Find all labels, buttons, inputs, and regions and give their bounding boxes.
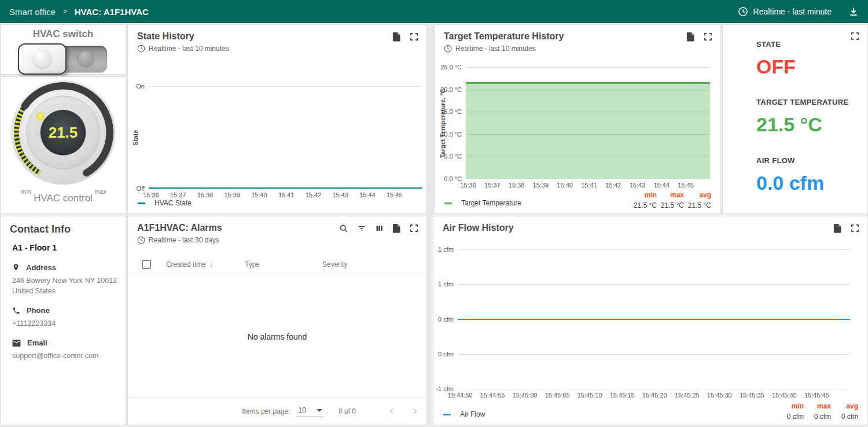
- contact-info-widget: Contact Info A1 - Floor 1 Address 246 Bo…: [0, 216, 126, 425]
- legend-item[interactable]: Target Temperature: [461, 199, 521, 207]
- phone-icon: [12, 307, 20, 315]
- fullscreen-icon[interactable]: [410, 32, 418, 41]
- y-tick-label: 10.0 °C: [440, 131, 466, 138]
- gridline: [458, 284, 850, 285]
- fullscreen-icon[interactable]: [704, 32, 712, 41]
- series-stats: min max avg 21.5 °C 21.5 °C 21.5 °C: [630, 191, 711, 209]
- address-line-1: 246 Bowery New York NY 10012: [12, 275, 119, 286]
- gridline: [466, 67, 710, 68]
- stat-max-value: 21.5 °C: [657, 201, 684, 209]
- x-tick-label: 15:41: [581, 182, 597, 189]
- y-tick-label: 1 cfm: [438, 246, 458, 253]
- column-header-type[interactable]: Type: [245, 260, 322, 268]
- x-tick-label: 15:45:10: [578, 392, 602, 399]
- location-name: A1 - Floor 1: [12, 243, 57, 252]
- x-tick-label: 15:40: [251, 192, 267, 198]
- switch-off-paddle[interactable]: [18, 43, 67, 75]
- target-temperature-label: TARGET TEMPERATURE: [756, 98, 848, 106]
- address-line-2: United States: [12, 286, 119, 296]
- legend-item[interactable]: Air Flow: [460, 410, 485, 418]
- y-tick-label: 25.0 °C: [440, 64, 466, 71]
- column-header-severity[interactable]: Severity: [322, 260, 413, 268]
- y-tick-label: 5.0 °C: [444, 153, 466, 160]
- items-per-page-select[interactable]: 10: [296, 405, 323, 417]
- page-range-text: 0 of 0: [339, 407, 356, 415]
- export-icon[interactable]: [686, 32, 695, 42]
- widget-title: Air Flow History: [443, 223, 514, 233]
- clock-icon: [137, 236, 145, 244]
- x-tick-label: 15:42: [306, 192, 322, 198]
- x-tick-label: 15:43: [332, 192, 348, 198]
- hvac-switch-toggle[interactable]: [19, 45, 107, 73]
- sort-desc-icon[interactable]: ↓: [209, 260, 213, 268]
- x-tick-label: 15:42: [605, 182, 621, 189]
- y-axis-label: Target Temperature, °C: [439, 88, 446, 157]
- hvac-values-widget: STATE OFF TARGET TEMPERATURE 21.5 °C AIR…: [722, 24, 868, 214]
- alarms-widget: A1F1HVAC: Alarms Realtime - last 30 days…: [127, 216, 427, 425]
- x-tick-label: 15:44:50: [448, 392, 473, 399]
- gridline: [458, 249, 850, 250]
- x-tick-label: 15:45:15: [610, 392, 635, 399]
- alarms-table-header: Created time ↓ Type Severity: [128, 255, 426, 274]
- stat-min-label: min: [630, 191, 657, 199]
- series-line: [149, 187, 422, 189]
- x-tick-label: 15:45:05: [545, 392, 570, 399]
- state-history-chart: State OnOff15:3615:3715:3815:3915:4015:4…: [149, 86, 422, 189]
- x-tick-label: 15:45:20: [642, 392, 667, 399]
- fullscreen-icon[interactable]: [410, 224, 418, 233]
- x-tick-label: 15:45:30: [707, 392, 732, 399]
- legend-item[interactable]: HVAC State: [155, 199, 192, 207]
- timewindow-button[interactable]: Realtime - last minute: [753, 7, 832, 16]
- widget-timewindow: Realtime - last 10 minutes: [455, 45, 536, 53]
- hvac-control-widget: 21.5 min max HVAC control: [0, 76, 126, 214]
- search-icon[interactable]: [339, 224, 348, 233]
- temperature-knob[interactable]: 21.5: [8, 78, 119, 189]
- next-page-button[interactable]: [411, 407, 418, 415]
- x-tick-label: 15:44:55: [480, 392, 505, 399]
- x-tick-label: 15:45: [387, 192, 403, 198]
- stat-max-label: max: [657, 191, 684, 199]
- export-icon[interactable]: [392, 223, 401, 233]
- breadcrumb-root[interactable]: Smart office: [9, 7, 56, 17]
- hvac-switch-widget: HVAC switch: [0, 24, 126, 75]
- gridline: [149, 189, 422, 189]
- stat-avg-label: avg: [831, 402, 858, 410]
- column-header-created-time[interactable]: Created time ↓: [166, 260, 245, 268]
- phone-label: Phone: [27, 306, 50, 315]
- export-icon[interactable]: [392, 32, 401, 42]
- x-tick-label: 15:39: [533, 182, 549, 189]
- filter-icon[interactable]: [357, 224, 366, 233]
- items-per-page-label: Items per page:: [242, 407, 290, 415]
- widget-title: Contact Info: [10, 223, 71, 235]
- widget-title: Target Temperature History: [444, 31, 564, 42]
- clock-icon: [137, 45, 145, 53]
- y-tick-label: 15.0 °C: [440, 108, 466, 115]
- legend-dash: [138, 203, 145, 204]
- export-icon[interactable]: [833, 223, 842, 233]
- y-tick-label: 0 cfm: [438, 316, 458, 323]
- x-tick-label: 15:44: [359, 192, 376, 198]
- x-tick-label: 15:45: [678, 182, 694, 189]
- target-temperature-chart: Target Temperature, °C 25.0 °C20.0 °C15.…: [466, 67, 710, 179]
- download-icon[interactable]: [848, 6, 859, 17]
- y-tick-label: On: [136, 83, 149, 90]
- x-tick-label: 15:41: [278, 192, 295, 198]
- alarms-paginator: Items per page: 10 0 of 0: [128, 397, 426, 425]
- select-all-checkbox[interactable]: [142, 260, 151, 269]
- x-tick-label: 15:37: [484, 182, 501, 189]
- y-tick-label: 0 cfm: [438, 351, 458, 358]
- legend-dash: [444, 203, 452, 204]
- previous-page-button[interactable]: [388, 407, 396, 415]
- y-tick-label: 20.0 °C: [440, 86, 466, 93]
- fullscreen-icon[interactable]: [851, 224, 859, 233]
- location-pin-icon: [12, 263, 20, 272]
- columns-icon[interactable]: [375, 224, 384, 233]
- x-tick-label: 15:45:00: [513, 392, 538, 399]
- widget-title: HVAC control: [1, 193, 126, 204]
- x-tick-label: 15:45:45: [804, 392, 829, 399]
- breadcrumb-current: HVAC: A1F1HVAC: [75, 7, 149, 17]
- stat-min-label: min: [777, 402, 804, 410]
- fullscreen-icon[interactable]: [851, 32, 859, 41]
- stat-avg-label: avg: [684, 191, 711, 199]
- stat-avg-value: 21.5 °C: [684, 201, 711, 209]
